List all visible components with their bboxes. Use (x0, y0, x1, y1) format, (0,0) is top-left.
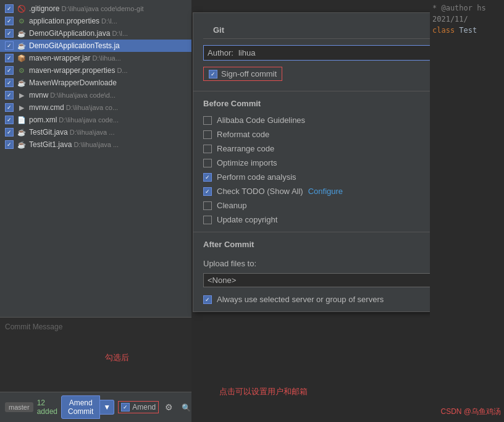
checkbox-label-1: Reformat code (217, 130, 269, 139)
file-type-icon: ☕ (17, 28, 27, 38)
checkbox-label-5: Check TODO (Show All) (217, 187, 303, 196)
configure-link[interactable]: Configure (308, 187, 343, 196)
file-checkbox[interactable]: ✓ (5, 66, 14, 75)
file-name: mvnw (29, 91, 48, 99)
file-checkbox[interactable]: ✓ (5, 29, 14, 38)
branch-badge: master (5, 402, 33, 412)
checkbox-7[interactable] (203, 216, 212, 224)
file-list-item[interactable]: ✓ 📄 pom.xml D:\lihua\java code... (0, 114, 191, 126)
file-name: mvnw.cmd (29, 103, 64, 112)
changed-files-list: ✓ 🚫 .gitignore D:\lihua\java code\demo-g… (0, 0, 191, 153)
file-checkbox[interactable]: ✓ (5, 41, 14, 50)
code-line-2: 2021/11/ (432, 14, 502, 25)
file-path: D:\lihua... (92, 54, 120, 62)
file-type-icon: 📦 (17, 53, 27, 63)
file-checkbox[interactable]: ✓ (5, 128, 14, 137)
search-icon: 🔍 (182, 403, 191, 412)
checkbox-3[interactable] (203, 159, 212, 167)
file-checkbox[interactable]: ✓ (5, 54, 14, 62)
file-checkbox[interactable]: ✓ (5, 78, 14, 87)
bottom-bar: master 12 added Amend Commit ▼ ✓ Amend ⚙… (0, 392, 191, 422)
file-path: D:\l... (101, 17, 117, 25)
amend-checkmark-icon: ✓ (123, 404, 128, 410)
file-name: pom.xml (29, 116, 57, 124)
checkbox-5[interactable]: ✓ (203, 187, 212, 196)
added-badge: 12 added (37, 399, 57, 416)
file-path: D:\lihua\java code\d... (50, 91, 116, 99)
file-type-icon: ☕ (17, 140, 27, 150)
file-list-item[interactable]: ✓ ☕ TestGit.java D:\lihua\java ... (0, 126, 191, 138)
file-name: TestGit1.java (29, 140, 72, 149)
file-path: D:\lihua\java ... (74, 141, 119, 148)
file-checkbox[interactable]: ✓ (5, 116, 14, 124)
checkbox-label-3: Optimize imports (217, 158, 277, 167)
file-name: application.properties (29, 17, 99, 25)
checkbox-label-6: Cleanup (217, 201, 246, 210)
file-path: D:\lihua\java code... (59, 116, 119, 124)
file-list-item[interactable]: ✓ ☕ MavenWrapperDownloade (0, 77, 191, 89)
file-path: D:\lihua\java code\demo-git (61, 5, 143, 12)
code-editor-panel: * @author hs 2021/11/ class Test (430, 0, 504, 422)
file-checkbox[interactable]: ✓ (5, 91, 14, 99)
checkbox-label-7: Update copyright (217, 215, 277, 224)
file-checkbox[interactable]: ✓ (5, 140, 14, 149)
checkbox-6[interactable] (203, 201, 212, 210)
file-list-item[interactable]: ✓ ▶ mvnw D:\lihua\java code\d... (0, 89, 191, 101)
checkbox-2[interactable] (203, 145, 212, 153)
file-type-icon: ▶ (17, 90, 27, 100)
upload-label: Upload files to: (203, 259, 256, 268)
file-list-item[interactable]: ✓ ⚙ maven-wrapper.properties D... (0, 64, 191, 77)
signoff-checkmark-icon: ✓ (211, 71, 216, 77)
file-type-icon: 🚫 (17, 4, 27, 14)
file-checkbox[interactable]: ✓ (5, 103, 14, 112)
checkbox-0[interactable] (203, 116, 212, 125)
amend-commit-dropdown-button[interactable]: ▼ (100, 400, 114, 415)
file-list-item[interactable]: ✓ ⚙ application.properties D:\l... (0, 15, 191, 27)
amend-label: Amend (132, 403, 156, 411)
checkbox-4[interactable]: ✓ (203, 173, 212, 182)
file-path: D:\lihua\java ... (70, 129, 115, 136)
file-name: DemoGitApplication.java (29, 29, 110, 38)
annotation-hookselect: 勾选后 (105, 352, 129, 363)
file-name: MavenWrapperDownloade (29, 78, 117, 87)
always-use-checkbox[interactable]: ✓ (203, 295, 212, 304)
checkbox-label-4: Perform code analysis (217, 172, 296, 182)
code-comment-icon: * @author hs (432, 4, 486, 12)
amend-commit-main-button[interactable]: Amend Commit (61, 395, 100, 419)
file-name: maven-wrapper.jar (29, 54, 90, 62)
file-path: D... (117, 67, 127, 74)
checkmark-icon-5: ✓ (205, 188, 210, 195)
checkbox-label-2: Rearrange code (217, 144, 274, 153)
gear-settings-button[interactable]: ⚙ (162, 401, 175, 413)
signoff-checkbox[interactable]: ✓ (209, 70, 217, 78)
file-name: maven-wrapper.properties (29, 66, 115, 75)
search-button[interactable]: 🔍 (179, 401, 191, 413)
file-name: TestGit.java (29, 128, 68, 137)
file-checkbox[interactable]: ✓ (5, 4, 14, 13)
file-list-item[interactable]: ✓ ☕ DemoGitApplicationTests.ja (0, 40, 191, 52)
checkbox-1[interactable] (203, 130, 212, 139)
file-type-icon: ▶ (17, 103, 27, 112)
checkmark-icon-4: ✓ (205, 174, 210, 180)
left-bottom-area: Commit Message 勾选后 master 12 added Amend… (0, 317, 191, 422)
always-use-label: Always use selected server or group of s… (217, 295, 384, 304)
file-type-icon: ☕ (17, 41, 27, 51)
commit-message-placeholder: Commit Message (5, 323, 62, 331)
file-list-item[interactable]: ✓ ☕ DemoGitApplication.java D:\l... (0, 27, 191, 40)
file-checkbox[interactable]: ✓ (5, 17, 14, 25)
csdn-badge: CSDN @乌鱼鸡汤 (440, 407, 501, 417)
file-list-item[interactable]: ✓ 🚫 .gitignore D:\lihua\java code\demo-g… (0, 2, 191, 15)
always-use-checkmark-icon: ✓ (205, 297, 210, 303)
file-type-icon: ⚙ (17, 16, 27, 26)
file-type-icon: 📄 (17, 115, 27, 125)
upload-select-value: <None> (208, 276, 236, 285)
code-class-keyword: class (432, 26, 459, 35)
author-label: Author: (208, 48, 233, 57)
file-type-icon: ⚙ (17, 65, 27, 75)
file-path: D:\l... (112, 30, 128, 37)
amend-checkbox[interactable]: ✓ (121, 403, 130, 411)
file-path: D:\lihua\java co... (66, 104, 118, 111)
file-list-item[interactable]: ✓ ▶ mvnw.cmd D:\lihua\java co... (0, 101, 191, 114)
file-list-item[interactable]: ✓ ☕ TestGit1.java D:\lihua\java ... (0, 138, 191, 151)
file-list-item[interactable]: ✓ 📦 maven-wrapper.jar D:\lihua... (0, 52, 191, 64)
